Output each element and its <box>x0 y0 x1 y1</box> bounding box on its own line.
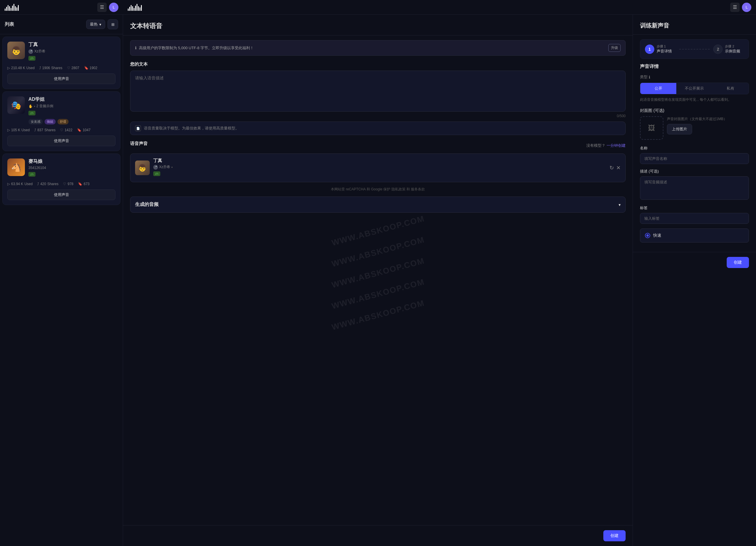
step-label-2: 步骤 2 <box>725 44 740 49</box>
top-bar-right: ☰ L <box>123 3 756 12</box>
voice-list-panel: 列表 最热 ▾ ⊞ 👦 丁真 <box>0 15 123 546</box>
upgrade-notice-text: 高级用户的字数限制为 5,000 UTF-8 字节。立即升级以享受此福利！ <box>139 45 254 51</box>
audio-samples-ad: 2 音频示例 <box>36 104 53 109</box>
lang-badge-dingzhen: zh <box>28 56 35 61</box>
user-avatar-left[interactable]: L <box>109 3 118 12</box>
voice-sound-section: 语音声音 没有模型？ 一分钟创建 <box>130 141 626 150</box>
filter-icon: ⊞ <box>111 22 115 27</box>
voice-info-racing: 赛马娘 354126104 zh <box>28 159 115 178</box>
play-icon: ▷ <box>7 66 10 70</box>
likes-dingzhen: 2807 <box>71 66 79 70</box>
play-icon-racing: ▷ <box>7 182 10 186</box>
lang-badge-ad: zh <box>28 111 35 115</box>
voice-avatar-ad: 🎭 <box>7 96 25 114</box>
voice-creator-racing: 354126104 <box>28 166 115 170</box>
speed-option[interactable]: 快速 <box>640 229 749 243</box>
train-create-button[interactable]: 创建 <box>727 257 749 268</box>
voice-card-dingzhen: 👦 丁真 🎤 Xz乔希 zh ▷ 210.48 K <box>2 37 120 89</box>
sort-dropdown[interactable]: 最热 ▾ <box>86 20 105 29</box>
name-label: 名称 <box>640 146 749 151</box>
text-input-area <box>130 71 626 112</box>
refresh-voice-btn[interactable]: ↻ <box>609 165 614 171</box>
tags-label: 标签 <box>640 205 749 211</box>
speed-label: 快速 <box>653 233 661 238</box>
bookmark-icon: 🔖 <box>84 66 88 70</box>
train-title: 训练新声音 <box>640 22 749 30</box>
user-avatar-right[interactable]: L <box>742 3 751 12</box>
bookmarks-dingzhen: 1902 <box>90 66 98 70</box>
chevron-down-audio: ▾ <box>619 203 621 207</box>
bookmarks-racing: 673 <box>84 182 89 186</box>
filter-button[interactable]: ⊞ <box>108 19 118 29</box>
selected-creator-avatar: 🎤 <box>153 165 158 170</box>
create-model-link[interactable]: 一分钟创建 <box>607 143 626 148</box>
tags-input[interactable] <box>640 213 749 224</box>
voice-card-top-racing: 🐴 赛马娘 354126104 zh <box>7 159 115 178</box>
top-bar: ☰ L ☰ L <box>0 0 756 15</box>
step-label-group-1: 步骤 1 声音详情 <box>657 44 672 54</box>
selected-creator-name: Xz乔希 <box>159 165 170 170</box>
step-divider <box>679 49 710 50</box>
play-stat-ad: ▷ 105 K Used <box>7 128 30 132</box>
creator-avatar-dingzhen: 🎤 <box>28 49 33 54</box>
use-voice-btn-racing[interactable]: 使用声音 <box>7 190 115 200</box>
step-2: 2 步骤 2 示例音频 <box>713 44 744 54</box>
train-bottom: 创建 <box>633 252 756 273</box>
your-text-label: 您的文本 <box>130 62 626 67</box>
heart-icon: ♡ <box>67 66 70 70</box>
tts-header: 文本转语音 <box>123 15 633 35</box>
type-option-public[interactable]: 公开 <box>640 83 676 94</box>
voice-card-top-ad: 🎭 AD学姐 ✋ 2 音频示例 zh 女友感 御姐 舒缓 <box>7 96 115 125</box>
play-stat-dingzhen: ▷ 210.48 K Used <box>7 66 35 70</box>
selected-voice-creator: 🎤 Xz乔希 <box>153 165 606 170</box>
tts-create-button[interactable]: 创建 <box>603 530 626 541</box>
voice-name-ad: AD学姐 <box>28 96 115 103</box>
generated-audio-header[interactable]: 生成的音频 ▾ <box>130 197 625 212</box>
privacy-text: 本网站受 reCAPTCHA 和 Google 保护 隐私政策 和 服务条款 <box>130 187 626 192</box>
step-label-1: 步骤 1 <box>657 44 672 49</box>
upload-image-btn[interactable]: 上传图片 <box>667 124 692 135</box>
creator-name-dingzhen: Xz乔希 <box>34 49 45 54</box>
remove-voice-btn[interactable]: ✕ <box>616 165 621 171</box>
upgrade-button[interactable]: 升级 <box>608 44 621 52</box>
text-input[interactable] <box>135 76 621 105</box>
type-option-unlisted[interactable]: 不公开展示 <box>676 83 712 94</box>
logo-right <box>128 4 142 11</box>
main-layout: 列表 最热 ▾ ⊞ 👦 丁真 <box>0 15 756 546</box>
cover-desc: 声音封面图片（文件最大不超过1MB） <box>667 116 749 122</box>
voice-avatar-dingzhen: 👦 <box>7 42 25 59</box>
generated-audio-section: 生成的音频 ▾ <box>130 197 626 213</box>
voice-name-dingzhen: 丁真 <box>28 42 115 48</box>
cover-section: 封面图 (可选) 🖼 声音封面图片（文件最大不超过1MB） 上传图片 <box>640 108 749 140</box>
selected-voice-actions: ↻ ✕ <box>609 165 621 171</box>
logo-left <box>5 4 19 11</box>
menu-btn-right[interactable]: ☰ <box>730 3 740 12</box>
shares-stat-racing: ⤴ 420 Shares <box>37 182 58 186</box>
type-label: 类型 ℹ <box>640 74 749 80</box>
bookmark-icon-racing: 🔖 <box>78 182 82 186</box>
play-count-dingzhen: 210.48 K <box>11 66 25 70</box>
type-option-private[interactable]: 私有 <box>713 83 749 94</box>
desc-textarea[interactable] <box>640 176 749 200</box>
bookmark-icon-ad: 🔖 <box>77 128 81 132</box>
train-section-title: 声音详情 <box>640 64 749 70</box>
voice-stats-ad: ▷ 105 K Used ⤴ 837 Shares ♡ 1422 🔖 <box>7 128 115 132</box>
voice-card-racing: 🐴 赛马娘 354126104 zh ▷ 63.94 K Used <box>2 154 120 205</box>
voice-name-racing: 赛马娘 <box>28 159 115 165</box>
step-label-group-2: 步骤 2 示例音频 <box>725 44 740 54</box>
step-name-1: 声音详情 <box>657 49 672 54</box>
desc-label: 描述 (可选) <box>640 169 749 174</box>
tag-nuyou: 女友感 <box>28 119 43 125</box>
shares-stat-dingzhen: ⤴ 1906 Shares <box>39 66 62 70</box>
voice-list-controls: 最热 ▾ ⊞ <box>86 19 118 29</box>
no-model-link: 没有模型？ 一分钟创建 <box>586 143 626 148</box>
use-voice-btn-ad[interactable]: 使用声音 <box>7 136 115 146</box>
tags-field-group: 标签 <box>640 205 749 224</box>
name-input[interactable] <box>640 153 749 164</box>
menu-btn-left[interactable]: ☰ <box>97 3 107 12</box>
top-bar-actions-left: ☰ L <box>97 3 118 12</box>
voice-list-header: 列表 最热 ▾ ⊞ <box>0 15 123 34</box>
use-voice-btn-dingzhen[interactable]: 使用声音 <box>7 74 115 84</box>
generated-audio-title: 生成的音频 <box>135 202 159 208</box>
creator-id-racing: 354126104 <box>28 166 46 170</box>
